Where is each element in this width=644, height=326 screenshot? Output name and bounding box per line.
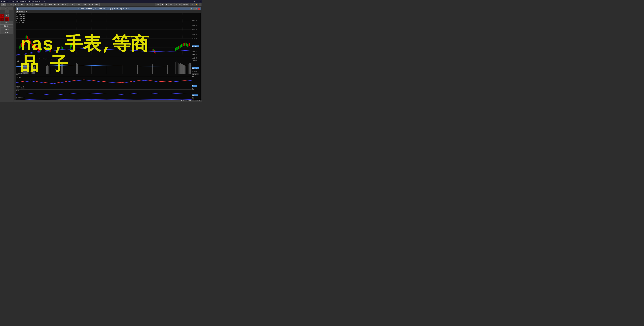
svg-text:SSK= 37.01: SSK= 37.01 (16, 86, 24, 88)
svg-text:110.00: 110.00 (192, 54, 197, 56)
svg-text:SStoch: SStoch (16, 77, 21, 78)
svg-text:Vol= 36378: Vol= 36378 (16, 73, 24, 74)
svg-text:121.05: 121.05 (192, 46, 197, 47)
menu-supsrv[interactable]: SupSrv (33, 3, 40, 6)
svg-text:261731: 261731 (192, 68, 197, 69)
menu-status[interactable]: Status (19, 3, 25, 6)
svg-rect-150 (50, 67, 50, 74)
svg-text:RSI= 65.71: RSI= 65.71 (16, 97, 24, 98)
svg-rect-167 (180, 63, 181, 74)
list-button[interactable]: <list> (0, 31, 13, 34)
menu-bar: Chart Quote T&S Status MScan SupSrv Aler… (0, 3, 202, 6)
svg-rect-156 (107, 66, 107, 74)
menu-alert[interactable]: Alert (40, 3, 46, 6)
svg-text:Vol: Vol (16, 60, 19, 62)
svg-text:300000: 300000 (192, 60, 197, 61)
svg-rect-161 (175, 62, 176, 74)
menu-rfqs[interactable]: RFQs (88, 3, 94, 6)
svg-text:50: 50 (192, 76, 194, 78)
chart-window-icon: 📈 (17, 8, 18, 10)
svg-rect-151 (61, 64, 62, 74)
title-account-id: 174856 (15, 0, 21, 2)
menu-snapq[interactable]: SnapQ (46, 3, 53, 6)
chart-window: 📈 KCEZ20 - Coffee (ICE), Dec 20, Daily (… (16, 7, 201, 101)
svg-rect-162 (176, 61, 176, 74)
save-button[interactable]: Save (168, 3, 174, 6)
svg-text:36378: 36378 (192, 74, 196, 75)
chart-maximize-button[interactable]: □ (195, 8, 197, 10)
chart-close-button[interactable]: ✕ (198, 8, 200, 10)
svg-rect-160 (167, 65, 168, 74)
menu-ts[interactable]: T&S (14, 3, 18, 6)
svg-rect-136 (26, 63, 27, 74)
svg-text:135.00: 135.00 (192, 29, 197, 31)
x-red-icon[interactable]: ✕ (0, 17, 4, 21)
chart-data-display: O= 117.45 H= 121.60 L= 117.45 C= 121.05 … (16, 13, 25, 24)
price-low: L= 117.45 (16, 17, 25, 20)
grid-icon[interactable]: ▦ (4, 14, 8, 17)
chart-window-title: KCEZ20 - Coffee (ICE), Dec 20, Daily (De… (78, 8, 130, 10)
window-button[interactable]: Window (182, 3, 189, 6)
menu-chart[interactable]: Chart (0, 3, 6, 6)
menu-ordtkt[interactable]: OrdTkt (68, 3, 75, 6)
exit-button[interactable]: Exit (190, 3, 194, 6)
icon-row-2: ✕ ✕ (0, 17, 13, 21)
symbol-tag: KCEZ20.D (16, 10, 25, 13)
icon-row-1: + ▦ (0, 14, 13, 17)
help-button[interactable]: ? (199, 3, 202, 6)
menu-news[interactable]: News (75, 3, 81, 6)
studies-button[interactable]: Studies (0, 24, 13, 27)
svg-rect-149 (49, 65, 50, 74)
price-high: H= 121.60 (16, 15, 25, 17)
svg-text:75: 75 (192, 89, 194, 91)
svg-rect-178 (190, 63, 191, 74)
menubar-right: Page ◄ ► Save Support Window Exit 🔒 ? (155, 3, 202, 6)
support-button[interactable]: Support (174, 3, 182, 6)
svg-rect-145 (34, 66, 35, 74)
svg-text:100.00: 100.00 (192, 58, 197, 60)
prev-page-button[interactable]: ◄ (161, 3, 164, 6)
svg-rect-141 (30, 67, 31, 74)
svg-rect-174 (187, 65, 187, 74)
x-red2-icon[interactable]: ✕ (4, 17, 8, 21)
sidebar: Setup 🖨 + ▦ ✕ ✕ ReScl Studies <IntD> <li… (0, 6, 14, 102)
chart-content[interactable]: 145.00 140.00 135.00 130.00 125.00 121.0… (16, 13, 201, 101)
setup-button[interactable]: Setup (0, 7, 13, 10)
svg-rect-152 (62, 64, 63, 74)
lock-icon[interactable]: 🔒 (194, 3, 198, 6)
rescl-button[interactable]: ReScl (0, 21, 13, 24)
svg-rect-138 (28, 63, 28, 74)
symbol-arrow[interactable]: ▼ (26, 11, 27, 12)
svg-rect-171 (184, 65, 184, 74)
close-button[interactable]: ✕ (199, 0, 201, 2)
menu-more[interactable]: More (94, 3, 100, 6)
intd-button[interactable]: <IntD> (0, 28, 13, 31)
svg-rect-140 (30, 66, 30, 74)
minimize-button[interactable]: — (194, 0, 196, 2)
chart-titlebar: 📈 KCEZ20 - Coffee (ICE), Dec 20, Daily (… (16, 7, 201, 10)
svg-rect-166 (179, 64, 180, 74)
maximize-button[interactable]: □ (196, 0, 198, 2)
menu-options[interactable]: Options (60, 3, 68, 6)
svg-text:SSD= 35.21: SSD= 35.21 (16, 88, 24, 89)
print-icon[interactable]: 🖨 (5, 10, 9, 13)
svg-rect-173 (186, 65, 186, 74)
svg-text:31: 31 (192, 85, 194, 87)
svg-rect-137 (27, 64, 28, 74)
add-red-icon[interactable]: + (0, 14, 4, 17)
chart-minimize-button[interactable]: _ (193, 8, 195, 10)
menu-trade[interactable]: Trade (81, 3, 88, 6)
price-open: O= 117.45 (16, 13, 25, 15)
svg-rect-168 (181, 64, 182, 74)
next-page-button[interactable]: ► (165, 3, 168, 6)
svg-rect-157 (122, 65, 122, 74)
menu-quote[interactable]: Quote (7, 3, 13, 6)
svg-rect-146 (46, 66, 47, 74)
title-appname: CQG Integrated Client 2020 (22, 0, 45, 2)
menu-allcon[interactable]: AllCon (53, 3, 60, 6)
page-button[interactable]: Page (155, 3, 160, 6)
menu-mscan[interactable]: MScan (26, 3, 32, 6)
app-icon: 🖥 (1, 0, 2, 2)
chart-search-icon[interactable]: 🔍 (190, 8, 192, 10)
svg-rect-135 (25, 64, 26, 74)
